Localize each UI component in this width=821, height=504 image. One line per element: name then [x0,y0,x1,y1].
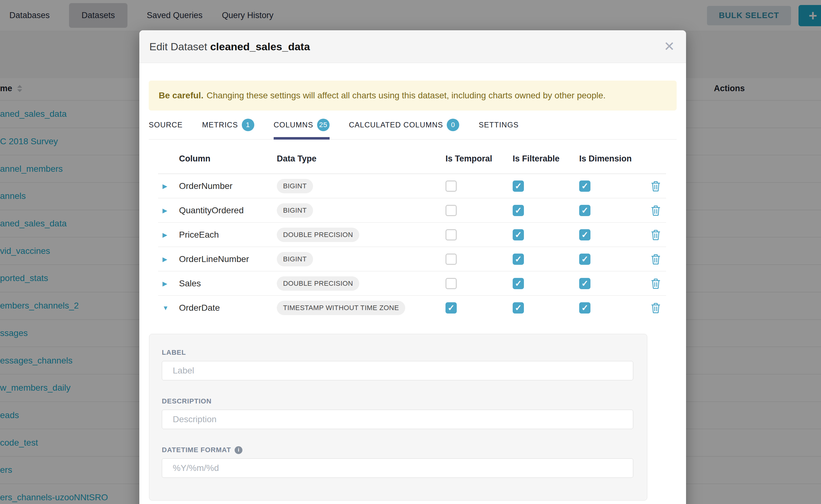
is-filterable-checkbox[interactable]: ✓ [513,229,524,240]
delete-cell [645,254,666,264]
data-type-pill: TIMESTAMP WITHOUT TIME ZONE [277,301,405,315]
is-temporal-cell [446,229,513,240]
modal-body: Be careful. Changing these settings will… [139,81,686,504]
is-dimension-cell: ✓ [579,302,645,314]
is-dimension-cell: ✓ [579,254,645,265]
is-temporal-checkbox[interactable] [446,205,457,216]
tab-columns-label: COLUMNS [274,121,313,129]
tab-calculated-columns[interactable]: CALCULATED COLUMNS 0 [349,111,460,139]
tab-source[interactable]: SOURCE [149,111,183,139]
column-row: ▶ OrderLineNumber BIGINT ✓ ✓ [158,247,666,271]
is-filterable-checkbox[interactable]: ✓ [513,302,524,314]
is-dimension-cell: ✓ [579,205,645,216]
trash-icon[interactable] [651,278,660,289]
is-filterable-checkbox[interactable]: ✓ [513,278,524,289]
data-type-pill: BIGINT [277,203,313,218]
modal-title-prefix: Edit Dataset [149,41,210,52]
tab-source-label: SOURCE [149,121,183,129]
is-dimension-header: Is Dimension [579,154,645,164]
modal-title: Edit Dataset cleaned_sales_data [149,41,310,53]
is-dimension-cell: ✓ [579,229,645,240]
is-temporal-cell: ✓ [446,302,513,314]
delete-cell [645,181,666,191]
is-temporal-cell [446,278,513,289]
is-dimension-checkbox[interactable]: ✓ [579,254,591,265]
column-type-cell: DOUBLE PRECISION [277,228,446,242]
tab-settings-label: SETTINGS [479,121,519,129]
tab-columns[interactable]: COLUMNS 25 [274,111,329,139]
edit-dataset-modal: Edit Dataset cleaned_sales_data ✕ Be car… [139,30,686,504]
expand-caret-icon[interactable]: ▶ [158,255,179,263]
is-dimension-checkbox[interactable]: ✓ [579,205,591,216]
columns-table-body: ▶ OrderNumber BIGINT ✓ ✓ ▶ QuantityOrder… [158,174,666,320]
column-type-cell: BIGINT [277,252,446,266]
warning-bold: Be careful. [159,91,203,101]
trash-icon[interactable] [651,303,660,313]
description-field-label: DESCRIPTION [162,397,633,405]
trash-icon[interactable] [651,205,660,216]
delete-cell [645,278,666,289]
expand-caret-icon[interactable]: ▼ [158,304,179,312]
warning-banner: Be careful. Changing these settings will… [149,81,677,111]
calculated-columns-count-badge: 0 [447,119,459,131]
expand-caret-icon[interactable]: ▶ [158,207,179,214]
is-filterable-checkbox[interactable]: ✓ [513,180,524,192]
tab-calculated-columns-label: CALCULATED COLUMNS [349,121,443,129]
label-input[interactable] [162,361,633,380]
delete-cell [645,230,666,240]
is-temporal-checkbox[interactable]: ✓ [446,302,457,314]
warning-text: Changing these settings will affect all … [206,91,606,101]
trash-icon[interactable] [651,181,660,191]
is-filterable-checkbox[interactable]: ✓ [513,254,524,265]
is-temporal-cell [446,254,513,265]
is-dimension-checkbox[interactable]: ✓ [579,302,591,314]
modal-title-dataset-name: cleaned_sales_data [210,41,310,52]
data-type-pill: BIGINT [277,179,313,193]
is-filterable-cell: ✓ [513,278,579,289]
data-type-pill: DOUBLE PRECISION [277,228,359,242]
datetime-format-label-text: DATETIME FORMAT [162,446,231,454]
datetime-format-input[interactable] [162,458,633,478]
is-dimension-checkbox[interactable]: ✓ [579,180,591,192]
datetime-format-field-label: DATETIME FORMAT i [162,446,633,454]
is-temporal-checkbox[interactable] [446,229,457,240]
column-name: QuantityOrdered [179,205,277,215]
expand-caret-icon[interactable]: ▶ [158,182,179,190]
expand-caret-icon[interactable]: ▶ [158,231,179,239]
columns-table: Column Data Type Is Temporal Is Filterab… [158,140,666,320]
is-filterable-header: Is Filterable [513,154,579,164]
description-input[interactable] [162,410,633,429]
is-filterable-checkbox[interactable]: ✓ [513,205,524,216]
column-name: OrderDate [179,303,277,313]
column-name: Sales [179,279,277,289]
data-type-pill: BIGINT [277,252,313,266]
data-type-header: Data Type [277,154,446,164]
column-header: Column [179,154,277,164]
column-detail-panel: LABEL DESCRIPTION DATETIME FORMAT i [149,334,647,501]
is-temporal-cell [446,205,513,216]
tab-metrics[interactable]: METRICS 1 [202,111,254,139]
column-row: ▼ OrderDate TIMESTAMP WITHOUT TIME ZONE … [158,296,666,320]
is-dimension-cell: ✓ [579,278,645,289]
label-field-label: LABEL [162,348,633,357]
trash-icon[interactable] [651,254,660,264]
expand-caret-icon[interactable]: ▶ [158,280,179,287]
column-name: PriceEach [179,230,277,240]
metrics-count-badge: 1 [242,119,254,131]
is-dimension-checkbox[interactable]: ✓ [579,278,591,289]
delete-cell [645,303,666,313]
is-temporal-checkbox[interactable] [446,278,457,289]
is-filterable-cell: ✓ [513,180,579,192]
close-icon[interactable]: ✕ [664,40,675,53]
column-row: ▶ QuantityOrdered BIGINT ✓ ✓ [158,198,666,223]
columns-table-header: Column Data Type Is Temporal Is Filterab… [158,140,666,174]
info-icon[interactable]: i [235,446,242,454]
is-temporal-checkbox[interactable] [446,180,457,192]
is-dimension-checkbox[interactable]: ✓ [579,229,591,240]
column-type-cell: DOUBLE PRECISION [277,276,446,291]
column-type-cell: BIGINT [277,203,446,218]
tab-settings[interactable]: SETTINGS [479,111,519,139]
data-type-pill: DOUBLE PRECISION [277,276,359,291]
trash-icon[interactable] [651,230,660,240]
is-temporal-checkbox[interactable] [446,254,457,265]
